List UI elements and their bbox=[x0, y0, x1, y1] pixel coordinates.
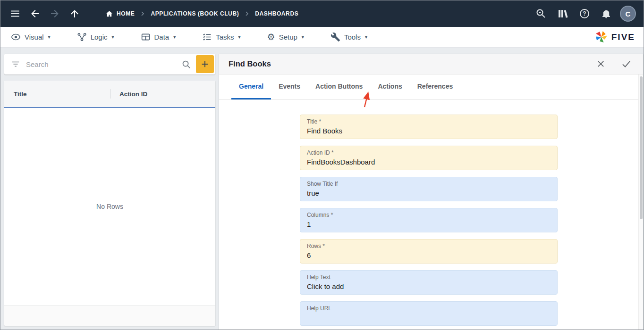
tab-references[interactable]: References bbox=[410, 74, 461, 99]
user-avatar[interactable]: C bbox=[620, 6, 636, 22]
five-logo-star-icon bbox=[595, 31, 608, 43]
menu-data[interactable]: Data ▾ bbox=[141, 32, 176, 42]
vertical-scrollbar[interactable] bbox=[638, 74, 643, 330]
menu-tools[interactable]: Tools ▾ bbox=[330, 32, 367, 42]
plus-icon bbox=[200, 59, 210, 69]
menu-logic-label: Logic bbox=[91, 33, 108, 41]
five-logo-text: FIVE bbox=[611, 32, 635, 42]
caret-down-icon: ▾ bbox=[302, 34, 304, 40]
detail-panel: Find Books General Events Action Buttons… bbox=[219, 54, 643, 330]
save-check-icon[interactable] bbox=[619, 58, 633, 71]
field-title[interactable]: Title * Find Books bbox=[300, 115, 558, 139]
detail-title: Find Books bbox=[229, 59, 271, 68]
tab-action-buttons[interactable]: Action Buttons bbox=[308, 74, 370, 99]
records-table: Title Action ID No Rows bbox=[4, 81, 215, 326]
empty-rows-message: No Rows bbox=[96, 203, 123, 210]
up-arrow-icon[interactable] bbox=[67, 6, 83, 22]
detail-header-actions bbox=[594, 58, 636, 71]
menu-tools-label: Tools bbox=[344, 33, 361, 41]
field-rows-label: Rows * bbox=[307, 243, 551, 249]
field-title-value: Find Books bbox=[307, 127, 551, 135]
breadcrumb: HOME APPLICATIONS (BOOK CLUB) DASHBOARDS bbox=[105, 10, 298, 18]
hamburger-menu-icon[interactable] bbox=[7, 6, 23, 22]
search-input[interactable] bbox=[26, 60, 178, 68]
menu-visual[interactable]: Visual ▾ bbox=[11, 32, 51, 42]
field-rows[interactable]: Rows * 6 bbox=[300, 239, 558, 264]
menu-tasks-label: Tasks bbox=[216, 33, 234, 41]
detail-form: Title * Find Books Action ID * FindBooks… bbox=[219, 100, 638, 330]
menu-tasks[interactable]: Tasks ▾ bbox=[202, 32, 240, 42]
add-record-button[interactable] bbox=[196, 55, 214, 73]
field-columns[interactable]: Columns * 1 bbox=[300, 208, 558, 232]
detail-tabs: General Events Action Buttons Actions Re… bbox=[219, 74, 643, 100]
close-icon[interactable] bbox=[594, 58, 607, 71]
field-title-label: Title * bbox=[307, 118, 551, 125]
menubar: Visual ▾ Logic ▾ Data ▾ Tasks ▾ ⚙ Set bbox=[0, 27, 644, 48]
help-icon[interactable]: ? bbox=[576, 6, 593, 22]
field-rows-value: 6 bbox=[307, 251, 551, 260]
field-help-text-label: Help Text bbox=[307, 274, 551, 280]
home-icon bbox=[105, 10, 113, 18]
filter-icon[interactable] bbox=[11, 59, 20, 69]
caret-down-icon: ▾ bbox=[173, 34, 176, 40]
column-header-action-id[interactable]: Action ID bbox=[111, 91, 147, 98]
chevron-right-icon bbox=[244, 10, 250, 17]
search-bar bbox=[4, 54, 215, 74]
menu-visual-label: Visual bbox=[25, 33, 44, 41]
list-panel: Title Action ID No Rows bbox=[4, 54, 215, 326]
search-icon[interactable] bbox=[181, 59, 191, 69]
field-action-id-label: Action ID * bbox=[307, 149, 551, 156]
preview-icon[interactable] bbox=[533, 6, 549, 22]
field-help-url-value bbox=[307, 314, 551, 322]
field-help-text[interactable]: Help Text Click to add bbox=[300, 270, 558, 295]
tab-general[interactable]: General bbox=[231, 74, 271, 99]
menu-setup[interactable]: ⚙ Setup ▾ bbox=[267, 33, 304, 41]
table-header-row: Title Action ID bbox=[4, 81, 215, 108]
topbar-actions: ? C bbox=[533, 6, 636, 22]
app-window: HOME APPLICATIONS (BOOK CLUB) DASHBOARDS bbox=[0, 0, 644, 330]
field-help-text-value: Click to add bbox=[307, 282, 551, 291]
topbar-nav-group bbox=[7, 6, 86, 22]
breadcrumb-dashboards[interactable]: DASHBOARDS bbox=[255, 10, 298, 17]
breadcrumb-home[interactable]: HOME bbox=[105, 10, 135, 18]
field-help-url[interactable]: Help URL bbox=[300, 301, 558, 326]
field-columns-label: Columns * bbox=[307, 212, 551, 218]
forward-arrow-icon[interactable] bbox=[47, 6, 63, 22]
caret-down-icon: ▾ bbox=[238, 34, 241, 40]
wrench-icon bbox=[330, 32, 340, 42]
table-footer bbox=[4, 305, 215, 326]
caret-down-icon: ▾ bbox=[365, 34, 367, 40]
field-show-title-if[interactable]: Show Title If true bbox=[300, 177, 558, 201]
caret-down-icon: ▾ bbox=[48, 34, 51, 40]
svg-text:?: ? bbox=[583, 10, 586, 17]
caret-down-icon: ▾ bbox=[111, 34, 114, 40]
breadcrumb-dashboards-label: DASHBOARDS bbox=[255, 10, 298, 17]
table-grid-icon bbox=[141, 32, 151, 42]
breadcrumb-home-label: HOME bbox=[117, 10, 135, 17]
eye-icon bbox=[11, 32, 21, 42]
detail-header: Find Books bbox=[219, 54, 643, 74]
checklist-icon bbox=[202, 32, 212, 42]
breadcrumb-applications[interactable]: APPLICATIONS (BOOK CLUB) bbox=[151, 10, 239, 17]
menu-data-label: Data bbox=[154, 33, 169, 41]
table-body: No Rows bbox=[4, 108, 215, 305]
branch-icon bbox=[77, 32, 87, 42]
five-logo: FIVE bbox=[595, 31, 635, 43]
field-help-url-label: Help URL bbox=[307, 305, 551, 312]
back-arrow-icon[interactable] bbox=[27, 6, 43, 22]
scrollbar-thumb[interactable] bbox=[640, 76, 643, 219]
gear-icon: ⚙ bbox=[267, 33, 275, 41]
breadcrumb-applications-label: APPLICATIONS (BOOK CLUB) bbox=[151, 10, 239, 17]
chevron-right-icon bbox=[139, 10, 146, 17]
menu-logic[interactable]: Logic ▾ bbox=[77, 32, 114, 42]
menu-setup-label: Setup bbox=[279, 33, 297, 41]
field-action-id[interactable]: Action ID * FindBooksDashboard bbox=[300, 146, 558, 170]
field-show-title-if-label: Show Title If bbox=[307, 181, 551, 187]
topbar: HOME APPLICATIONS (BOOK CLUB) DASHBOARDS bbox=[0, 0, 644, 27]
field-show-title-if-value: true bbox=[307, 189, 551, 198]
tab-events[interactable]: Events bbox=[271, 74, 308, 99]
library-icon[interactable] bbox=[555, 6, 571, 22]
column-header-title[interactable]: Title bbox=[4, 91, 110, 98]
tab-actions[interactable]: Actions bbox=[370, 74, 409, 99]
notifications-bell-icon[interactable] bbox=[598, 6, 614, 22]
